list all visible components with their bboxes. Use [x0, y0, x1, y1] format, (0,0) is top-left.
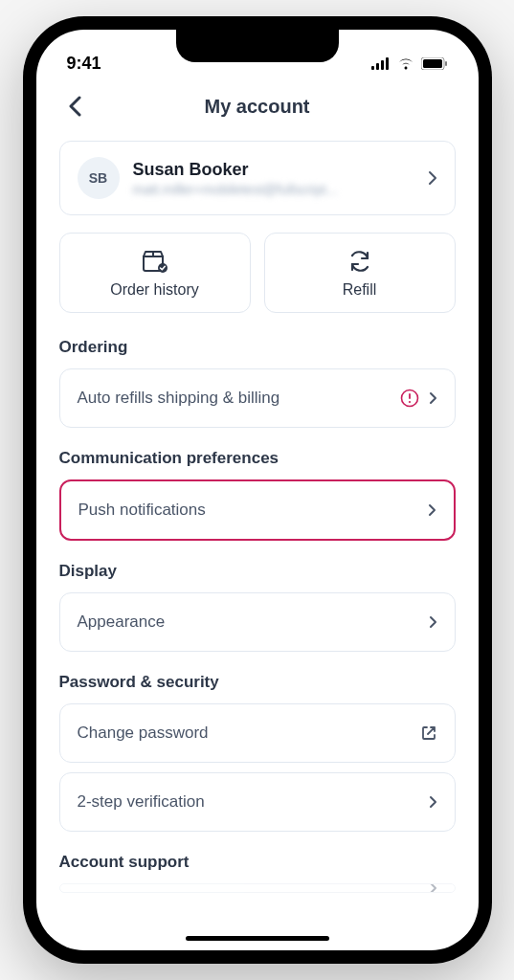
- chevron-right-icon: [429, 391, 437, 405]
- wifi-icon: [396, 56, 415, 70]
- status-time: 9:41: [67, 54, 101, 74]
- alert-icon: [400, 389, 419, 408]
- svg-rect-3: [386, 57, 389, 70]
- push-notifications-item[interactable]: Push notifications: [59, 479, 456, 541]
- list-item-label: Change password: [78, 724, 209, 743]
- chevron-left-icon: [68, 96, 81, 117]
- refill-icon: [346, 249, 373, 274]
- appearance-item[interactable]: Appearance: [59, 592, 456, 652]
- auto-refills-item[interactable]: Auto refills shipping & billing: [59, 368, 456, 428]
- svg-rect-5: [423, 59, 442, 68]
- svg-rect-2: [381, 60, 384, 70]
- chevron-right-icon: [429, 795, 437, 809]
- page-title: My account: [204, 96, 309, 118]
- external-link-icon: [420, 724, 437, 742]
- list-item-label: 2-step verification: [78, 792, 205, 812]
- chevron-right-icon: [428, 170, 437, 186]
- section-heading-support: Account support: [59, 853, 456, 872]
- action-label: Order history: [110, 281, 198, 299]
- svg-rect-6: [445, 61, 447, 66]
- chevron-right-icon: [429, 615, 437, 629]
- section-heading-display: Display: [59, 562, 456, 581]
- nav-header: My account: [36, 79, 479, 133]
- chevron-right-icon: [428, 503, 436, 517]
- profile-card[interactable]: SB Susan Booker matt.miller+mobiletest@f…: [59, 141, 456, 215]
- change-password-item[interactable]: Change password: [59, 703, 456, 763]
- battery-icon: [421, 57, 448, 70]
- avatar: SB: [78, 157, 120, 199]
- profile-email: matt.miller+mobiletest@fullscript...: [133, 182, 414, 197]
- list-item-label: Auto refills shipping & billing: [78, 389, 280, 408]
- back-button[interactable]: [59, 91, 90, 122]
- box-check-icon: [141, 249, 169, 274]
- cellular-icon: [371, 57, 391, 70]
- order-history-button[interactable]: Order history: [59, 233, 251, 313]
- list-item-label: Push notifications: [78, 501, 206, 520]
- svg-point-10: [408, 401, 410, 403]
- home-indicator[interactable]: [186, 936, 329, 941]
- section-heading-ordering: Ordering: [59, 338, 456, 357]
- svg-rect-9: [409, 393, 411, 399]
- svg-rect-1: [376, 63, 379, 70]
- chevron-right-icon: [429, 883, 437, 893]
- action-label: Refill: [343, 281, 377, 299]
- support-item-partial[interactable]: [59, 883, 456, 893]
- section-heading-security: Password & security: [59, 673, 456, 692]
- section-heading-communication: Communication preferences: [59, 449, 456, 468]
- list-item-label: Appearance: [78, 612, 166, 632]
- refill-button[interactable]: Refill: [264, 233, 456, 313]
- two-step-verification-item[interactable]: 2-step verification: [59, 772, 456, 832]
- svg-rect-0: [371, 66, 374, 70]
- profile-name: Susan Booker: [133, 160, 414, 180]
